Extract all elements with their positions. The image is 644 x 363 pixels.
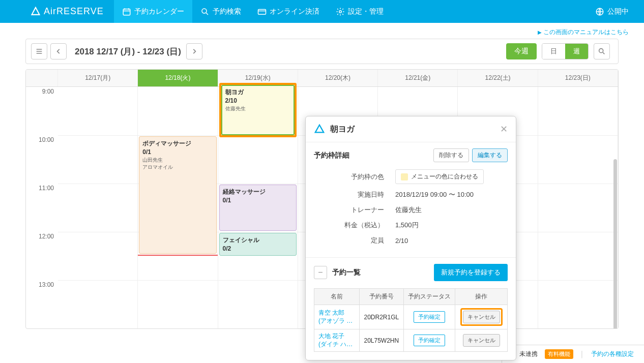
value-datetime: 2018/12/19 09:00 〜 10:00 bbox=[395, 190, 508, 199]
th-number: 予約番号 bbox=[359, 289, 403, 305]
gear-icon bbox=[336, 7, 345, 16]
color-swatch-icon bbox=[401, 173, 408, 180]
delete-button[interactable]: 削除する bbox=[433, 148, 469, 162]
section-title: 予約枠詳細 bbox=[314, 151, 430, 160]
day-header[interactable]: 12/23(日) bbox=[538, 70, 618, 86]
cancel-button-highlighted[interactable]: キャンセル bbox=[463, 311, 500, 323]
menu-button[interactable] bbox=[31, 43, 47, 59]
label-datetime: 実施日時 bbox=[314, 190, 395, 199]
nav-search[interactable]: 予約検索 bbox=[192, 0, 249, 23]
edit-button[interactable]: 編集する bbox=[472, 148, 508, 162]
day-header[interactable]: 12/21(金) bbox=[378, 70, 458, 86]
nav-payment[interactable]: オンライン決済 bbox=[249, 0, 328, 23]
triangle-icon bbox=[314, 124, 325, 135]
svg-point-3 bbox=[339, 10, 341, 13]
new-reservation-button[interactable]: 新規予約を登録する bbox=[434, 264, 508, 281]
collapse-button[interactable]: − bbox=[314, 266, 327, 279]
view-switch: 日 週 bbox=[542, 43, 589, 59]
day-header[interactable]: 12/20(木) bbox=[298, 70, 378, 86]
popup-title: 朝ヨガ bbox=[330, 124, 500, 135]
this-week-button[interactable]: 今週 bbox=[506, 43, 537, 59]
day-col-sun[interactable] bbox=[538, 87, 618, 328]
time-label: 12:00 bbox=[26, 232, 58, 280]
nav-calendar[interactable]: 予約カレンダー bbox=[114, 0, 192, 23]
toolbar: 2018 12/17 (月) - 12/23 (日) 今週 日 週 bbox=[25, 39, 619, 64]
day-header[interactable]: 12/22(土) bbox=[458, 70, 538, 86]
label-price: 料金（税込） bbox=[314, 221, 395, 230]
color-badge: メニューの色に合わせる bbox=[395, 169, 484, 184]
th-action: 操作 bbox=[455, 289, 508, 305]
value-capacity: 2/10 bbox=[395, 237, 508, 245]
popup-detail-section: 予約枠詳細 削除する 編集する 予約枠の色 メニューの色に合わせる 実施日時 2… bbox=[306, 142, 516, 257]
svg-rect-0 bbox=[123, 9, 130, 15]
value-price: 1,500円 bbox=[395, 221, 508, 230]
card-icon bbox=[257, 7, 267, 16]
search-icon bbox=[200, 7, 210, 16]
value-trainer: 佐藤先生 bbox=[395, 205, 508, 215]
prev-button[interactable] bbox=[50, 43, 67, 59]
pointer-icon bbox=[295, 121, 297, 129]
next-button[interactable] bbox=[186, 43, 202, 59]
time-label: 10:00 bbox=[26, 135, 58, 184]
table-row: 青空 太郎(アオゾラ … 20DR2R1GL 予約確定 キャンセル bbox=[314, 305, 508, 329]
reservation-number: 20DR2R1GL bbox=[359, 305, 403, 329]
time-label: 9:00 bbox=[26, 87, 58, 135]
label-capacity: 定員 bbox=[314, 236, 395, 245]
popup-reservation-section: − 予約一覧 新規予約を登録する 名前 予約番号 予約ステータス 操作 青空 太… bbox=[306, 257, 516, 329]
nav-label: オンライン決済 bbox=[270, 7, 319, 16]
logo-icon bbox=[31, 7, 41, 17]
app-header: AirRESERVE 予約カレンダー 予約検索 オンライン決済 設定・管理 公開… bbox=[0, 0, 644, 23]
search-button[interactable] bbox=[594, 43, 610, 59]
reservation-name[interactable]: 青空 太郎(アオゾラ … bbox=[314, 305, 360, 329]
event-body-massage[interactable]: ボディマッサージ 0/1 山田先生 アロマオイル bbox=[139, 136, 216, 254]
nav-label: 予約検索 bbox=[213, 7, 241, 16]
nav-label: 設定・管理 bbox=[348, 7, 384, 16]
time-column: 9:00 10:00 11:00 12:00 13:00 bbox=[26, 87, 58, 328]
svg-point-1 bbox=[202, 9, 207, 13]
close-icon[interactable]: ✕ bbox=[500, 124, 508, 135]
day-col-tue[interactable]: ボディマッサージ 0/1 山田先生 アロマオイル bbox=[138, 87, 218, 328]
event-highlighted-yoga[interactable]: 朝ヨガ 2/10 佐藤先生 bbox=[219, 83, 297, 137]
popup-header: 朝ヨガ ✕ bbox=[306, 116, 516, 142]
svg-point-5 bbox=[599, 49, 603, 53]
calendar-icon bbox=[122, 7, 131, 16]
time-label: 13:00 bbox=[26, 280, 58, 328]
day-col-wed[interactable]: 朝ヨガ 2/10 佐藤先生 経絡マッサージ 0/1 フェイシャル 0/2 bbox=[218, 87, 298, 328]
logo[interactable]: AirRESERVE bbox=[0, 6, 114, 17]
section-title: 予約一覧 bbox=[332, 268, 434, 277]
th-name: 名前 bbox=[314, 289, 360, 305]
reservation-table: 名前 予約番号 予約ステータス 操作 青空 太郎(アオゾラ … 20DR2R1G… bbox=[314, 288, 508, 329]
publish-status[interactable]: 公開中 bbox=[580, 7, 644, 16]
day-header-today[interactable]: 12/18(火) bbox=[138, 70, 218, 86]
publish-label: 公開中 bbox=[607, 7, 629, 16]
manual-link[interactable]: この画面のマニュアルはこちら bbox=[0, 23, 644, 39]
time-label: 11:00 bbox=[26, 184, 58, 232]
nav-settings[interactable]: 設定・管理 bbox=[328, 0, 392, 23]
now-indicator bbox=[138, 255, 217, 256]
view-week-button[interactable]: 週 bbox=[565, 44, 588, 59]
day-col-mon[interactable] bbox=[58, 87, 138, 328]
globe-icon bbox=[595, 7, 604, 16]
calendar-header: 12/17(月) 12/18(火) 12/19(水) 12/20(木) 12/2… bbox=[26, 70, 618, 87]
event-keiraku[interactable]: 経絡マッサージ 0/1 bbox=[219, 185, 297, 231]
logo-text: AirRESERVE bbox=[44, 6, 104, 17]
svg-rect-2 bbox=[258, 9, 266, 14]
label-color: 予約枠の色 bbox=[314, 172, 395, 182]
th-status: 予約ステータス bbox=[403, 289, 455, 305]
scrollbar[interactable] bbox=[613, 159, 617, 329]
event-facial[interactable]: フェイシャル 0/2 bbox=[219, 233, 297, 256]
event-detail-popup: 朝ヨガ ✕ 予約枠詳細 削除する 編集する 予約枠の色 メニューの色に合わせる … bbox=[305, 116, 516, 329]
status-badge: 予約確定 bbox=[414, 311, 445, 323]
date-range: 2018 12/17 (月) - 12/23 (日) bbox=[75, 46, 181, 57]
label-trainer: トレーナー bbox=[314, 205, 395, 215]
day-header[interactable]: 12/17(月) bbox=[58, 70, 138, 86]
nav-label: 予約カレンダー bbox=[134, 7, 184, 16]
view-day-button[interactable]: 日 bbox=[542, 44, 565, 59]
